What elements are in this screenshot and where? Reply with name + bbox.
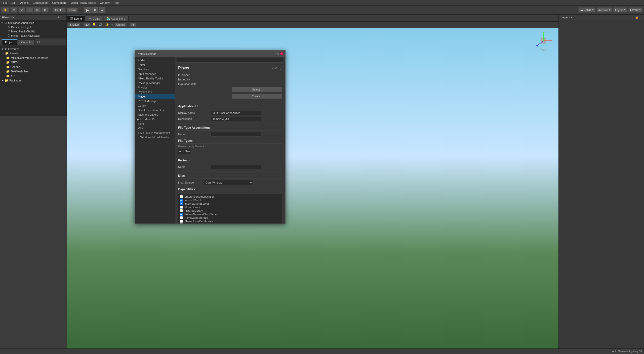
pivot-local[interactable]: Local	[67, 8, 78, 13]
ps-search-input[interactable]	[177, 58, 283, 63]
cap-videos[interactable]: VideosLibrary	[179, 223, 281, 224]
play-button[interactable]: ▶	[84, 7, 91, 13]
menu-component[interactable]: Component	[50, 1, 68, 5]
tool-hand[interactable]: ✋	[2, 7, 10, 13]
hierarchy-item-mrtk[interactable]: ▶ ⬡ MixedRealityToolkit	[3, 29, 66, 33]
ps-menu-xr[interactable]: ▼ XR Plug-in Management	[135, 130, 175, 135]
tab-project[interactable]: Project	[2, 39, 17, 45]
ps-help-icon[interactable]: ?	[272, 66, 273, 70]
cap-internet-client-check[interactable]	[180, 199, 183, 202]
tab-asset-store[interactable]: 🏪 Asset Store	[104, 16, 128, 21]
2d-btn[interactable]: 2D	[84, 23, 90, 27]
cap-music[interactable]: MusicLibrary	[179, 205, 281, 209]
gizmos-btn[interactable]: Gizmos	[114, 23, 127, 27]
cap-pictures-check[interactable]	[180, 209, 183, 212]
select-btn[interactable]: Select...	[232, 87, 282, 92]
cap-removable[interactable]: RemovableStorage	[179, 216, 281, 219]
ps-menu-quality[interactable]: Quality	[135, 103, 175, 108]
ps-menu-wmr[interactable]: Windows Mixed Reality	[135, 135, 175, 140]
hierarchy-item-root[interactable]: ▼ ⬡ MultiUserCapabilities	[0, 21, 66, 25]
collab-button[interactable]: ☁ Collab ▾	[578, 7, 595, 13]
tool-transform[interactable]: ⊠	[42, 7, 49, 13]
cap-music-check[interactable]	[180, 206, 183, 209]
ps-menu-script[interactable]: Script Execution Order	[135, 108, 175, 112]
asset-item-3[interactable]: 📁 TextMesh Pro	[5, 69, 65, 74]
cap-pictures[interactable]: PicturesLibrary	[179, 209, 281, 212]
account-button[interactable]: Account ▾	[596, 7, 612, 13]
menu-gameobject[interactable]: GameObject	[31, 1, 50, 5]
cap-private-network-check[interactable]	[180, 213, 183, 216]
menu-edit[interactable]: Edit	[10, 1, 18, 5]
ps-menu-time[interactable]: Time	[135, 121, 175, 126]
audio-toggle-icon[interactable]: 🔊	[98, 23, 103, 27]
hierarchy-item-playspace[interactable]: ▶ ⬡ MixedRealityPlayspace	[3, 33, 66, 38]
description-input[interactable]	[211, 117, 261, 121]
menu-window[interactable]: Window	[98, 1, 111, 5]
pivot-center[interactable]: Center	[53, 8, 66, 13]
tool-move[interactable]: ✙	[11, 7, 17, 13]
layers-button[interactable]: Layers ▾	[613, 7, 627, 13]
asset-item-2[interactable]: 📁 Scenes	[5, 65, 65, 69]
ps-menu-tags[interactable]: Tags and Layers	[135, 112, 175, 117]
ps-menu-textmesh[interactable]: ▶ TextMesh Pro	[135, 117, 175, 121]
layout-button[interactable]: Layout ▾	[628, 7, 642, 13]
add-panel-btn[interactable]: +▾	[37, 40, 40, 44]
ps-menu-player[interactable]: Player	[135, 94, 175, 99]
ps-menu-physics2d[interactable]: Physics 2D	[135, 90, 175, 94]
cap-enterprise-check[interactable]	[180, 195, 183, 198]
ps-menu-preset[interactable]: Preset Manager	[135, 99, 175, 103]
shaded-btn[interactable]: Shaded	[68, 23, 80, 27]
protocol-name-input[interactable]	[211, 165, 261, 169]
assets-section[interactable]: ▼ 📁 Assets	[1, 51, 65, 56]
all-btn[interactable]: All	[130, 23, 136, 27]
ps-overflow-icon[interactable]: ⋮	[279, 66, 282, 70]
cap-removable-check[interactable]	[180, 216, 183, 219]
create-btn[interactable]: Create...	[232, 94, 282, 99]
fta-name-input[interactable]	[211, 132, 261, 137]
step-button[interactable]: ⏭	[99, 7, 106, 13]
input-source-select[interactable]: Core Window	[203, 180, 254, 185]
packages-item[interactable]: ▶ 📁 Packages	[1, 78, 65, 83]
ps-menu-editor[interactable]: Editor	[135, 63, 175, 67]
cap-shared-certs[interactable]: SharedUserCertificates	[179, 219, 281, 223]
inspector-lock-icon[interactable]: 🔒	[635, 16, 638, 19]
ps-menu-audio[interactable]: Audio	[135, 58, 175, 63]
cap-internet-client[interactable]: InternetClient	[179, 198, 281, 202]
menu-assets[interactable]: Assets	[18, 1, 31, 5]
cap-enterprise[interactable]: EnterpriseAuthentication	[179, 195, 281, 198]
tab-game[interactable]: 🎮 Game	[85, 16, 103, 21]
hierarchy-add-icon[interactable]: +▾	[58, 16, 61, 19]
hierarchy-menu-icon[interactable]: ☰	[62, 16, 64, 19]
scene-view[interactable]: Perso Project Settings ? ⧉ × Aud	[67, 28, 558, 348]
menu-file[interactable]: File	[1, 1, 10, 5]
ps-menu-package[interactable]: Package Manager	[135, 81, 175, 85]
tool-rect[interactable]: ⊞	[34, 7, 41, 13]
cap-videos-check[interactable]	[180, 223, 183, 224]
fx-toggle-icon[interactable]: ✨	[104, 23, 110, 27]
tab-scene[interactable]: 🎬 Scene	[67, 16, 85, 21]
inspector-menu-icon[interactable]: ☰	[639, 16, 642, 19]
display-name-input[interactable]	[211, 111, 261, 115]
hierarchy-item-light[interactable]: ▶ ☀ Directional Light	[3, 25, 66, 29]
ps-menu-vfx[interactable]: VFX	[135, 126, 175, 130]
tab-console[interactable]: Console	[18, 39, 34, 45]
ps-menu-graphics[interactable]: Graphics	[135, 67, 175, 72]
asset-item-4[interactable]: 📁 XR	[5, 74, 65, 78]
add-new-btn[interactable]: Add New	[178, 149, 191, 154]
tool-rotate[interactable]: ↺	[18, 7, 25, 13]
asset-item-1[interactable]: 📁 MRTK	[5, 60, 65, 65]
menu-help[interactable]: Help	[112, 1, 122, 5]
asset-item-0[interactable]: 📁 MixedRealityToolkit.Generated	[5, 56, 65, 60]
ps-menu-mrtk[interactable]: Mixed Reality Toolkit	[135, 76, 175, 81]
cap-internet-server[interactable]: InternetClientServer	[179, 202, 281, 205]
pause-button[interactable]: ⏸	[91, 7, 98, 13]
cap-internet-server-check[interactable]	[180, 202, 183, 205]
tool-scale[interactable]: ⤡	[26, 7, 33, 13]
cap-shared-certs-check[interactable]	[180, 220, 183, 223]
ps-close-btn[interactable]: ×	[280, 52, 283, 55]
menu-mixed-reality[interactable]: Mixed Reality Toolkit	[68, 1, 98, 5]
ps-menu-input[interactable]: Input Manager	[135, 72, 175, 76]
cap-private-network[interactable]: PrivateNetworkClientServer	[179, 212, 281, 216]
ps-menu-physics[interactable]: Physics	[135, 85, 175, 90]
light-toggle-icon[interactable]: 💡	[91, 23, 97, 27]
